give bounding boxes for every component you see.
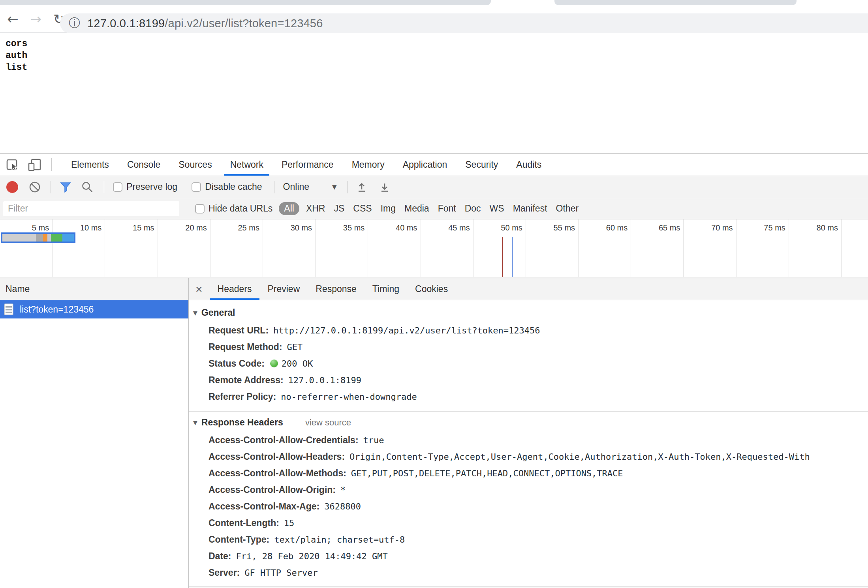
details-tab[interactable]: Preview xyxy=(259,278,308,300)
preserve-log-label: Preserve log xyxy=(126,182,177,192)
network-main: Name list?token=123456 × xyxy=(0,278,868,588)
forward-icon[interactable]: → xyxy=(30,12,42,26)
header-name: Date: xyxy=(209,551,231,562)
header-name: Content-Type: xyxy=(209,534,269,545)
timeline-tick: 75 ms xyxy=(736,219,789,277)
import-har-icon[interactable] xyxy=(356,182,367,193)
request-type-filter[interactable]: Font xyxy=(434,203,460,214)
request-type-filter[interactable]: Media xyxy=(400,203,434,214)
request-type-filter[interactable]: Doc xyxy=(460,203,485,214)
general-section-header[interactable]: ▼ General xyxy=(193,307,868,318)
timeline-tick: 5 ms xyxy=(0,219,53,277)
search-icon[interactable] xyxy=(81,181,94,193)
collapse-triangle-icon: ▼ xyxy=(193,419,197,426)
filter-funnel-icon[interactable] xyxy=(60,181,71,193)
hide-data-urls-checkbox[interactable] xyxy=(195,204,205,213)
header-row: Access-Control-Max-Age: 3628800 xyxy=(209,498,868,515)
view-source-link[interactable]: view source xyxy=(305,418,351,428)
hide-data-urls-label: Hide data URLs xyxy=(209,203,272,214)
throttling-value: Online xyxy=(283,182,309,192)
inactive-tab-area[interactable] xyxy=(554,0,797,5)
response-headers-section-header[interactable]: ▼ Response Headers view source xyxy=(193,417,868,428)
devtools-tab[interactable]: Memory xyxy=(343,154,394,176)
disable-cache-label: Disable cache xyxy=(205,182,262,192)
back-icon[interactable]: ← xyxy=(7,12,19,26)
url-host: 127.0.0.1:8199 xyxy=(87,17,165,30)
filter-input[interactable] xyxy=(3,201,179,216)
timeline-tick: 20 ms xyxy=(158,219,210,277)
clear-icon[interactable] xyxy=(28,181,41,193)
details-tabbar: × HeadersPreviewResponseTimingCookies xyxy=(189,278,868,300)
header-row: Access-Control-Allow-Methods: GET,PUT,PO… xyxy=(209,465,868,481)
request-type-filter[interactable]: Img xyxy=(376,203,400,214)
device-toolbar-icon[interactable] xyxy=(28,157,42,172)
header-name: Request Method: xyxy=(209,342,282,352)
request-type-filter[interactable]: All xyxy=(279,202,299,215)
devtools-tab[interactable]: Elements xyxy=(62,154,118,176)
url-path: /api.v2/user/list?token=123456 xyxy=(165,17,323,30)
details-tab[interactable]: Cookies xyxy=(407,278,456,300)
header-name: Access-Control-Allow-Credentials: xyxy=(209,435,359,446)
details-tab[interactable]: Response xyxy=(308,278,364,300)
devtools-tab[interactable]: Security xyxy=(456,154,507,176)
header-name: Remote Address: xyxy=(209,375,284,386)
devtools-tab[interactable]: Application xyxy=(394,154,457,176)
domcontentloaded-event-line xyxy=(512,237,513,277)
header-row: Referrer Policy: no-referrer-when-downgr… xyxy=(209,388,868,405)
header-value: true xyxy=(363,435,384,445)
request-type-filter[interactable]: XHR xyxy=(302,203,330,214)
inactive-tab-area[interactable] xyxy=(0,0,491,5)
devtools-tab[interactable]: Console xyxy=(118,154,169,176)
header-value: Origin,Content-Type,Accept,User-Agent,Co… xyxy=(349,452,810,462)
header-name: Access-Control-Allow-Methods: xyxy=(209,468,346,479)
details-tab[interactable]: Timing xyxy=(364,278,407,300)
request-type-filter[interactable]: WS xyxy=(485,203,509,214)
close-icon[interactable]: × xyxy=(195,283,203,295)
header-row: Content-Length: 15 xyxy=(209,515,868,531)
request-name: list?token=123456 xyxy=(20,304,94,315)
toolbar-divider xyxy=(347,181,348,193)
devtools-tab[interactable]: Performance xyxy=(272,154,343,176)
header-value: GF HTTP Server xyxy=(244,568,318,578)
page-text-line: cors xyxy=(6,38,868,50)
devtools-tab[interactable]: Sources xyxy=(169,154,221,176)
timeline-tick: 45 ms xyxy=(421,219,473,277)
header-row: Server: GF HTTP Server xyxy=(209,564,868,581)
export-har-icon[interactable] xyxy=(379,182,390,193)
page-content: corsauthlist xyxy=(0,34,868,153)
document-icon xyxy=(4,303,13,315)
header-name: Access-Control-Max-Age: xyxy=(209,501,319,512)
chevron-down-icon: ▼ xyxy=(332,184,337,191)
request-type-filter[interactable]: CSS xyxy=(349,203,376,214)
timeline-tick: 80 ms xyxy=(789,219,842,277)
address-bar[interactable]: ⓘ 127.0.0.1:8199/api.v2/user/list?token=… xyxy=(60,13,868,33)
preserve-log-checkbox[interactable] xyxy=(113,182,122,192)
details-tab[interactable]: Headers xyxy=(210,278,260,300)
throttling-dropdown[interactable]: Online ▼ xyxy=(283,182,337,192)
request-type-filter[interactable]: Manifest xyxy=(509,203,552,214)
request-type-filter[interactable]: Other xyxy=(552,203,583,214)
headers-view: ▼ General Request URL: http://127.0.0.1:… xyxy=(189,300,868,588)
header-name: Status Code: xyxy=(209,358,265,369)
devtools-tab[interactable]: Audits xyxy=(507,154,550,176)
info-icon[interactable]: ⓘ xyxy=(69,15,80,31)
browser-tab-strip xyxy=(0,0,868,5)
network-toolbar: Preserve log Disable cache Online ▼ xyxy=(0,176,868,198)
devtools-tab[interactable]: Network xyxy=(221,154,272,176)
timeline-tick: 35 ms xyxy=(316,219,368,277)
inspect-element-icon[interactable] xyxy=(6,157,20,172)
page-text-line: auth xyxy=(6,50,868,62)
timeline-tick: 85 ms xyxy=(842,219,868,277)
name-column-header[interactable]: Name xyxy=(0,278,188,300)
next-section-separator xyxy=(189,586,868,588)
timeline-tick: 30 ms xyxy=(263,219,316,277)
disable-cache-checkbox[interactable] xyxy=(192,182,201,192)
header-row: Access-Control-Allow-Credentials: true xyxy=(209,432,868,448)
toolbar-divider xyxy=(51,181,51,193)
request-row[interactable]: list?token=123456 xyxy=(0,300,188,318)
request-type-filter[interactable]: JS xyxy=(329,203,349,214)
status-ok-icon xyxy=(270,360,278,367)
timeline-tick: 65 ms xyxy=(631,219,684,277)
record-icon[interactable] xyxy=(6,181,18,193)
header-value: 15 xyxy=(284,518,295,528)
